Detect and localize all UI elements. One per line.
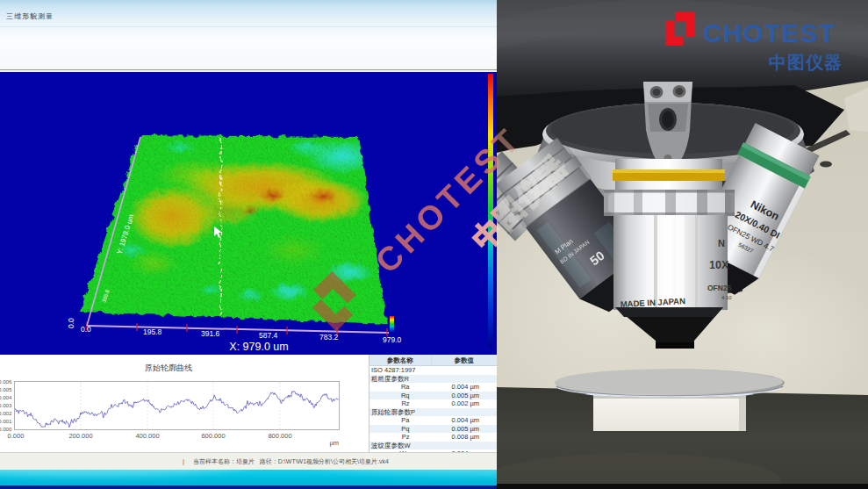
svg-text:0.0: 0.0	[81, 325, 91, 334]
svg-text:0.006: 0.006	[0, 378, 12, 385]
svg-text:783.2: 783.2	[319, 333, 339, 342]
svg-text:600.000: 600.000	[201, 432, 225, 440]
svg-text:195.8: 195.8	[143, 327, 162, 336]
svg-text:0.005: 0.005	[0, 386, 12, 392]
svg-text:10X: 10X	[709, 259, 729, 271]
svg-text:µm: µm	[329, 439, 339, 447]
svg-text:0.000: 0.000	[0, 426, 12, 432]
svg-text:X: 979.0 um: X: 979.0 um	[229, 341, 288, 353]
svg-text:587.4: 587.4	[259, 331, 278, 340]
svg-text:0.0: 0.0	[67, 318, 75, 328]
svg-text:OFN25: OFN25	[707, 284, 732, 292]
svg-text:391.6: 391.6	[201, 329, 220, 338]
svg-text:4 10: 4 10	[721, 295, 732, 300]
svg-text:N: N	[718, 238, 725, 248]
svg-text:0.001: 0.001	[0, 418, 12, 424]
svg-text:400.000: 400.000	[135, 432, 159, 440]
svg-text:0.003: 0.003	[0, 402, 12, 408]
svg-text:中图仪器: 中图仪器	[769, 53, 843, 72]
svg-text:979.0: 979.0	[383, 335, 402, 344]
svg-text:200.000: 200.000	[68, 432, 92, 440]
svg-text:0.000: 0.000	[8, 432, 25, 440]
svg-text:800.000: 800.000	[268, 432, 291, 440]
svg-text:0.004: 0.004	[0, 394, 12, 400]
svg-text:CHOTEST: CHOTEST	[703, 18, 836, 47]
svg-text:0.002: 0.002	[0, 410, 12, 416]
